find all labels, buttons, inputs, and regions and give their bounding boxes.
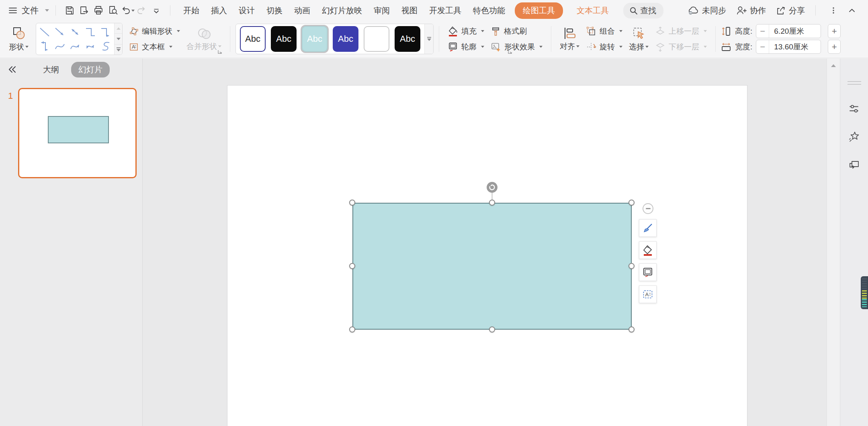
print-button[interactable] [91,3,106,18]
float-style-brush-button[interactable] [639,219,657,237]
resize-handle-top-left[interactable] [349,200,355,206]
resize-handle-top-right[interactable] [628,200,635,206]
menu-tab-9[interactable]: 开发工具 [429,5,461,16]
edit-shape-button[interactable]: 编辑形状 [126,23,183,39]
collapse-minus-icon[interactable] [643,203,653,214]
send-backward-button[interactable]: 下移一层 [652,39,710,55]
shape-effects-button[interactable]: 形状效果 [487,39,546,55]
menu-tab-7[interactable]: 审阅 [374,5,390,16]
menu-tab-10[interactable]: 特色功能 [473,5,505,16]
freeform-s-icon[interactable] [99,41,113,52]
vertical-scrollbar[interactable] [827,59,840,426]
curve-icon[interactable] [53,41,67,52]
height-label: 高度: [735,26,752,37]
curved-double-arrow-connector-icon[interactable] [84,41,97,52]
style-preset-4[interactable]: Abc [332,25,360,53]
properties-button[interactable] [845,100,863,118]
bring-forward-button[interactable]: 上移一层 [652,23,710,39]
collaborate-button[interactable]: 协作 [736,5,766,16]
slide-canvas[interactable]: A [143,59,827,426]
menu-tab-8[interactable]: 视图 [401,5,418,16]
menu-tab-6[interactable]: 幻灯片放映 [322,5,362,16]
style-preset-6[interactable]: Abc [393,25,422,53]
select-button[interactable]: 选择 [626,23,652,55]
save-button[interactable] [62,3,77,18]
arrow-icon[interactable] [53,26,67,38]
menu-tab-3[interactable]: 设计 [239,5,255,16]
file-menu-button[interactable]: 文件 [8,5,49,16]
style-preset-2[interactable]: Abc [270,25,298,53]
tab-slides[interactable]: 幻灯片 [71,62,110,77]
style-preset-swatch: Abc [395,26,420,52]
shapes-button[interactable]: 形状 [6,23,32,55]
elbow-connector-icon[interactable] [84,26,97,38]
float-fill-button[interactable] [639,241,657,259]
more-commands-button[interactable] [149,3,164,18]
share-button[interactable]: 分享 [776,5,805,16]
width-increase-button[interactable]: + [828,40,841,54]
height-value[interactable]: 6.20厘米 [769,26,821,37]
width-row: 宽度: − 13.60厘米 + [721,39,841,55]
drag-handle-icon[interactable] [848,81,861,85]
titlebar-right: 未同步 协作 分享 [682,3,859,18]
menu-tab-5[interactable]: 动画 [294,5,310,16]
selected-rectangle-shape[interactable] [352,203,632,330]
dialog-launcher-icon[interactable] [217,49,223,55]
style-preset-3[interactable]: Abc [301,25,329,53]
fill-button[interactable]: 填充 [444,23,487,39]
dialog-launcher-icon[interactable] [507,49,513,55]
menu-tab-1[interactable]: 开始 [183,5,199,16]
sync-label: 未同步 [702,5,726,16]
redo-button[interactable] [135,3,149,18]
align-button[interactable]: 对齐 [557,23,583,55]
double-chevron-left-icon[interactable] [7,64,18,75]
resize-handle-bottom-right[interactable] [628,326,635,332]
width-value[interactable]: 13.60厘米 [769,42,821,52]
preset-gallery-more-button[interactable] [425,24,433,54]
group-button[interactable]: 组合 [583,23,626,39]
gallery-more-button[interactable] [115,44,122,55]
double-arrow-icon[interactable] [68,26,82,38]
format-painter-button[interactable]: 格式刷 [487,23,546,39]
text-box-button[interactable]: A 文本框 [126,39,183,55]
tab-drawing-tools[interactable]: 绘图工具 [515,2,563,19]
elbow-double-arrow-connector-icon[interactable] [38,41,51,52]
rotation-handle[interactable] [487,182,497,193]
export-button[interactable] [77,3,91,18]
quick-effects-button[interactable] [845,128,863,146]
width-decrease-button[interactable]: − [756,40,769,53]
sync-status[interactable]: 未同步 [687,5,726,16]
elbow-arrow-connector-icon[interactable] [99,26,113,38]
resize-handle-middle-right[interactable] [628,263,635,269]
slide-thumbnail[interactable] [18,88,137,178]
tab-outline[interactable]: 大纲 [43,64,59,75]
style-preset-5[interactable]: Abc [362,25,391,53]
diagonal-line-icon[interactable] [38,26,51,38]
outline-button[interactable]: 轮廓 [444,39,487,55]
selection-pane-button[interactable] [845,156,863,174]
menu-tab-2[interactable]: 插入 [211,5,227,16]
find-button[interactable]: 查找 [623,3,663,18]
tab-text-tools[interactable]: 文本工具 [577,5,609,16]
more-menu-button[interactable] [826,3,841,18]
resize-handle-top-middle[interactable] [489,200,495,206]
kebab-menu-icon [829,6,838,15]
resize-handle-bottom-left[interactable] [349,326,355,332]
gallery-scroll-down-button[interactable] [115,33,122,44]
gallery-scroll-up-button[interactable] [115,23,122,33]
print-preview-button[interactable] [106,3,120,18]
curved-arrow-connector-icon[interactable] [68,41,82,52]
style-preset-1[interactable]: Abc [239,25,267,53]
float-text-style-button[interactable]: A [639,285,657,303]
resize-handle-bottom-middle[interactable] [489,326,495,332]
scroll-up-icon[interactable] [827,64,840,67]
float-outline-button[interactable] [639,263,657,281]
resize-handle-middle-left[interactable] [349,263,355,269]
undo-button[interactable] [120,3,135,18]
collapse-ribbon-button[interactable] [845,3,859,18]
rotate-button[interactable]: 旋转 [583,39,626,55]
file-menu-label: 文件 [22,5,39,16]
height-increase-button[interactable]: + [828,24,841,38]
height-decrease-button[interactable]: − [756,24,769,38]
menu-tab-4[interactable]: 切换 [266,5,283,16]
